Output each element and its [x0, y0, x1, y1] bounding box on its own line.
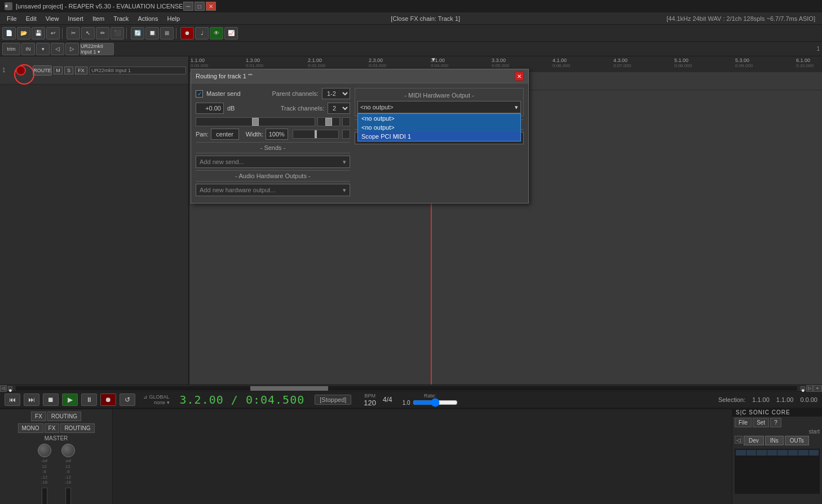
channel-1-knob[interactable] [38, 444, 51, 457]
midi-option-0[interactable]: <no output> [358, 114, 520, 123]
snap-btn[interactable]: 🔲 [145, 27, 159, 39]
stereo-handle[interactable] [342, 117, 350, 126]
trim-btn[interactable]: trim [2, 43, 20, 55]
time-sig[interactable]: 4/4 [383, 396, 392, 404]
sonic-back-btn[interactable]: ◁ [735, 436, 743, 444]
sonic-outs-btn[interactable]: OUTs [785, 436, 809, 445]
scroll-thumb[interactable] [250, 386, 329, 391]
solo-btn[interactable]: S [64, 67, 73, 74]
maximize-button[interactable]: □ [195, 2, 205, 11]
bpm-value[interactable]: 120 [364, 399, 376, 407]
scroll-plus-btn[interactable]: + [813, 385, 822, 392]
scroll-dot-left[interactable]: ● [8, 386, 12, 391]
pan-slider-thumb[interactable] [315, 130, 317, 138]
stop-btn[interactable]: ⏹ [43, 394, 59, 406]
mixer-fader-area: -inf12-6-12-18 M S -inf12-6-12-18 [35, 444, 78, 504]
sonic-dev-btn[interactable]: Dev [744, 436, 764, 445]
record-btn[interactable] [16, 65, 26, 76]
sonic-file-tab[interactable]: File [735, 418, 752, 427]
menu-view[interactable]: View [41, 14, 64, 23]
loop-btn-transport[interactable]: ↺ [120, 394, 135, 406]
fx-btn[interactable]: FX [75, 67, 87, 74]
routing-mix-btn2[interactable]: ROUTING [60, 423, 94, 433]
fader-track-1[interactable] [42, 488, 47, 504]
in-btn[interactable]: IN [21, 43, 35, 55]
in2-btn[interactable]: ▾ [36, 43, 50, 55]
master-send-checkbox[interactable] [196, 90, 203, 98]
menu-file[interactable]: File [2, 14, 21, 23]
sonic-ins-btn[interactable]: INs [765, 436, 784, 445]
channel-2-knob[interactable] [61, 444, 75, 457]
track-header-empty [0, 90, 189, 384]
metronome-btn[interactable]: ♩ [195, 27, 209, 39]
fader-track-2[interactable] [65, 488, 71, 504]
pan-slider[interactable] [293, 130, 339, 139]
midi-option-2[interactable]: Scope PCI MIDI 1 [358, 132, 520, 141]
mono-btn[interactable]: MONO [18, 423, 43, 433]
menu-edit[interactable]: Edit [21, 14, 41, 23]
loop-btn[interactable]: 🔄 [131, 27, 144, 39]
sonic-set-tab[interactable]: Set [753, 418, 769, 427]
parent-channels-select[interactable]: 1-2 [322, 88, 350, 99]
track-channels-select[interactable]: 2 [328, 103, 350, 114]
pause-btn[interactable]: ⏸ [81, 394, 97, 406]
stereo-slider-thumb[interactable] [325, 118, 332, 126]
arrow-left-btn[interactable]: ◁ [51, 43, 64, 55]
route-btn[interactable]: ROUTE [33, 65, 52, 76]
rate-slider[interactable] [413, 399, 458, 406]
scroll-track[interactable] [16, 386, 797, 391]
fx-mix-btn2[interactable]: FX [45, 423, 60, 433]
stereo-slider[interactable] [317, 117, 340, 126]
channel-1-scale: -inf12-6-12-18 [41, 458, 48, 485]
add-new-hw-dropdown[interactable]: Add new hardware output... ▾ [196, 184, 350, 196]
arrow-right-btn[interactable]: ▷ [65, 43, 79, 55]
pan-label: Pan: [196, 131, 209, 138]
dialog-close-btn[interactable]: ✕ [515, 72, 524, 81]
undo-btn[interactable]: ↩ [46, 27, 60, 39]
scroll-left-btn[interactable]: ◁ [0, 385, 7, 392]
cursor-btn[interactable]: ↖ [81, 27, 95, 39]
sends-section-label: - Sends - [196, 142, 350, 153]
menu-insert[interactable]: Insert [63, 14, 88, 23]
go-start-btn[interactable]: ⏮ [5, 394, 20, 406]
midi-main-dropdown[interactable]: <no output> ▾ [357, 101, 521, 113]
minimize-button[interactable]: ─ [183, 2, 193, 11]
mute-btn[interactable]: M [54, 67, 63, 74]
pencil-btn[interactable]: ✏ [96, 27, 109, 39]
pan-handle[interactable] [342, 130, 350, 139]
scissors-btn[interactable]: ✂ [67, 27, 80, 39]
ruler-mark-8: 5.1.00 0:08.000 [674, 58, 692, 68]
midi-option-1[interactable]: <no output> [358, 123, 520, 132]
new-project-btn[interactable]: 📄 [2, 27, 16, 39]
go-end-btn[interactable]: ⏭ [24, 394, 39, 406]
menu-track[interactable]: Track [109, 14, 133, 23]
global-section: ⊿ GLOBAL none ▾ [143, 394, 170, 405]
width-input[interactable] [266, 129, 288, 140]
close-button[interactable]: ✕ [206, 2, 216, 11]
menu-help[interactable]: Help [162, 14, 184, 23]
scroll-right-btn[interactable]: ▷ [806, 385, 813, 392]
record-arm-btn[interactable]: ⏺ [180, 27, 194, 39]
monitoring-btn[interactable]: 👁 [210, 27, 223, 39]
grid-btn[interactable]: ⊞ [160, 27, 174, 39]
play-btn[interactable]: ▶ [62, 394, 78, 406]
sonic-help-tab[interactable]: ? [770, 418, 781, 427]
menu-actions[interactable]: Actions [133, 14, 162, 23]
routing-mix-btn[interactable]: ROUTING [47, 412, 81, 421]
add-new-send-dropdown[interactable]: Add new send... ▾ [196, 156, 350, 168]
menu-item[interactable]: Item [88, 14, 109, 23]
toolbar-row1: 📄 📂 💾 ↩ ✂ ↖ ✏ ⬛ 🔄 🔲 ⊞ ⏺ ♩ 👁 📈 [0, 25, 822, 42]
fx-mix-btn[interactable]: FX [31, 412, 46, 421]
track-route-tb-btn[interactable]: UR22mkII Input 1 ▾ [80, 43, 114, 55]
automation-btn[interactable]: 📈 [224, 27, 238, 39]
pan-input[interactable] [211, 129, 239, 140]
save-btn[interactable]: 💾 [32, 27, 45, 39]
scroll-dot-right[interactable]: ● [801, 386, 805, 391]
track-header: 1 ROUTE M S FX UR22mkII Input 1 [0, 56, 189, 90]
db-input[interactable] [196, 103, 224, 114]
open-btn[interactable]: 📂 [17, 27, 30, 39]
eraser-btn[interactable]: ⬛ [111, 27, 124, 39]
record-btn-transport[interactable]: ⏺ [100, 394, 116, 406]
volume-slider[interactable] [196, 117, 315, 126]
volume-slider-thumb[interactable] [252, 118, 259, 126]
